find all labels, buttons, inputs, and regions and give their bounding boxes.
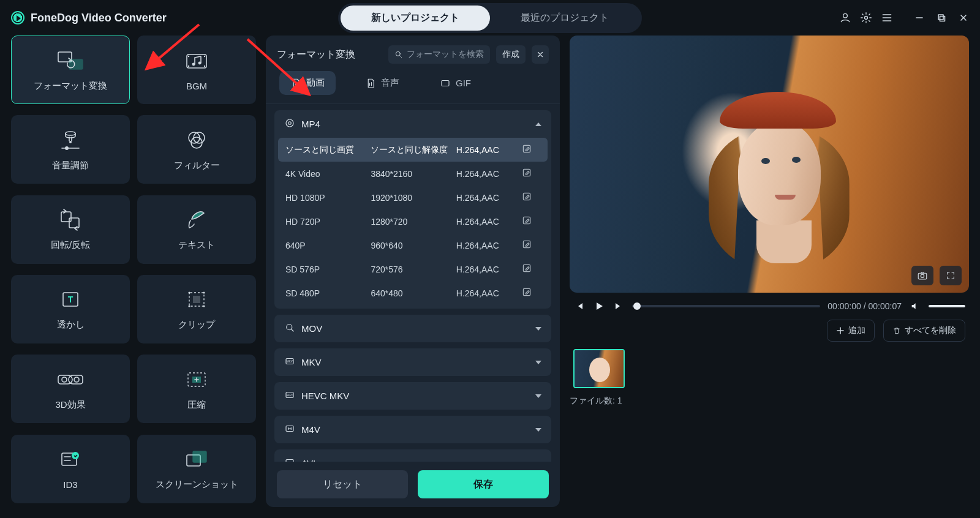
format-group-head[interactable]: MKV MKV xyxy=(274,348,551,376)
logo-icon xyxy=(11,11,24,24)
save-button[interactable]: 保存 xyxy=(418,470,549,498)
app-title: FoneDog Video Converter xyxy=(31,12,167,24)
tool-watermark[interactable]: T 透かし xyxy=(11,275,130,343)
tool-filter[interactable]: フィルター xyxy=(137,115,256,184)
format-name: M4V xyxy=(301,424,320,435)
format-search[interactable]: フォーマットを検索 xyxy=(388,45,490,64)
quality: SD 480P xyxy=(285,288,371,298)
svg-rect-37 xyxy=(193,451,206,462)
svg-point-30 xyxy=(62,377,67,382)
tool-rotate[interactable]: 回転/反転 xyxy=(11,195,130,264)
window-close[interactable] xyxy=(958,12,969,23)
svg-point-14 xyxy=(204,65,205,66)
format-row[interactable]: HD 1080P 1920*1080 H.264,AAC xyxy=(278,186,548,209)
format-row[interactable]: HD 720P 1280*720 H.264,AAC xyxy=(278,209,548,233)
edit-icon[interactable] xyxy=(522,144,540,156)
format-row[interactable]: 4K Video 3840*2160 H.264,AAC xyxy=(278,162,548,186)
resolution: 1280*720 xyxy=(371,217,456,227)
format-group-hevc-mkv: HEVC HEVC MKV xyxy=(274,382,551,410)
tab-gif[interactable]: GIF xyxy=(429,71,482,95)
edit-icon[interactable] xyxy=(522,192,540,203)
format-group-head[interactable]: MOV xyxy=(274,315,551,342)
tab-audio[interactable]: 音声 xyxy=(354,71,410,95)
snapshot-button[interactable] xyxy=(911,266,933,285)
menu-icon[interactable] xyxy=(881,12,893,24)
tab-new-project[interactable]: 新しいプロジェクト xyxy=(341,6,490,31)
codec: H.264,AAC xyxy=(456,265,522,274)
resolution: 720*576 xyxy=(371,265,456,274)
format-row[interactable]: 640P 960*640 H.264,AAC xyxy=(278,233,548,257)
tool-clip[interactable]: クリップ xyxy=(137,275,256,343)
format-group-head[interactable]: MP4 xyxy=(274,110,551,138)
tool-bgm[interactable]: BGM xyxy=(137,36,256,104)
reset-button[interactable]: リセット xyxy=(277,470,408,498)
tool-format-convert[interactable]: フォーマット変換 xyxy=(11,36,130,104)
format-group-mp4: MP4 ソースと同じ画質 ソースと同じ解像度 H.264,AAC 4K Vide… xyxy=(274,110,551,309)
format-group-head[interactable]: AVI xyxy=(274,449,551,462)
edit-icon[interactable] xyxy=(522,263,540,275)
preview-area xyxy=(570,36,969,293)
edit-icon[interactable] xyxy=(522,287,540,299)
svg-point-31 xyxy=(74,377,79,382)
panel-close[interactable] xyxy=(532,45,549,64)
codec: H.264,AAC xyxy=(456,288,522,298)
format-row[interactable]: ソースと同じ画質 ソースと同じ解像度 H.264,AAC xyxy=(278,138,548,162)
svg-rect-4 xyxy=(938,15,943,20)
format-row[interactable]: SD 480P 640*480 H.264,AAC xyxy=(278,281,548,305)
panel-title: フォーマット変換 xyxy=(277,48,355,61)
format-group-head[interactable]: M4V xyxy=(274,416,551,443)
tool-text[interactable]: テキスト xyxy=(137,195,256,264)
seek-slider[interactable] xyxy=(632,305,820,307)
compress-icon xyxy=(183,367,211,392)
gif-file-icon xyxy=(440,78,451,89)
svg-point-11 xyxy=(188,55,189,56)
audio-file-icon xyxy=(365,78,376,89)
tool-3d[interactable]: 3D効果 xyxy=(11,355,130,423)
volume-slider[interactable] xyxy=(929,305,965,307)
tool-screenshot[interactable]: スクリーンショット xyxy=(137,435,256,503)
format-icon xyxy=(284,118,295,130)
format-group-m4v: M4V xyxy=(274,416,551,443)
window-minimize[interactable] xyxy=(914,12,925,23)
prev-button[interactable] xyxy=(573,300,586,312)
filter-icon xyxy=(183,128,211,152)
id3-icon xyxy=(56,448,85,472)
tool-id3[interactable]: ID3 xyxy=(11,435,130,503)
quality: ソースと同じ画質 xyxy=(285,145,371,156)
svg-rect-39 xyxy=(442,80,449,86)
tool-label: 透かし xyxy=(57,319,85,331)
format-row[interactable]: SD 576P 720*576 H.264,AAC xyxy=(278,257,548,281)
settings-icon[interactable] xyxy=(860,12,872,24)
volume-icon[interactable] xyxy=(909,300,921,312)
svg-point-15 xyxy=(69,141,72,143)
next-button[interactable] xyxy=(612,300,625,312)
window-maximize[interactable] xyxy=(936,12,947,23)
tab-recent-project[interactable]: 最近のプロジェクト xyxy=(490,6,639,31)
screenshot-icon xyxy=(183,447,211,471)
fullscreen-button[interactable] xyxy=(940,266,962,285)
edit-icon[interactable] xyxy=(522,239,540,251)
create-format-button[interactable]: 作成 xyxy=(496,45,526,64)
file-thumbnail[interactable] xyxy=(573,349,625,388)
chevron-down-icon xyxy=(535,327,541,331)
tool-label: ID3 xyxy=(63,479,77,490)
format-icon xyxy=(284,423,295,436)
tool-volume[interactable]: 音量調節 xyxy=(11,115,130,184)
edit-icon[interactable] xyxy=(522,168,540,179)
delete-all-button[interactable]: すべてを削除 xyxy=(883,320,965,342)
svg-text:MKV: MKV xyxy=(287,360,293,363)
svg-point-40 xyxy=(286,119,293,127)
project-tabs: 新しいプロジェクト 最近のプロジェクト xyxy=(338,3,642,33)
play-button[interactable] xyxy=(593,300,605,312)
format-group-head[interactable]: HEVC HEVC MKV xyxy=(274,382,551,410)
format-icon: HEVC xyxy=(284,389,295,402)
account-icon[interactable] xyxy=(839,12,851,24)
tab-video[interactable]: 動画 xyxy=(279,71,336,95)
trash-icon xyxy=(892,326,901,335)
edit-icon[interactable] xyxy=(522,216,540,227)
search-icon xyxy=(394,50,403,59)
add-file-button[interactable]: 追加 xyxy=(827,320,875,342)
format-name: MKV xyxy=(301,357,322,367)
rotate-icon xyxy=(56,208,85,232)
tool-compress[interactable]: 圧縮 xyxy=(137,355,256,423)
